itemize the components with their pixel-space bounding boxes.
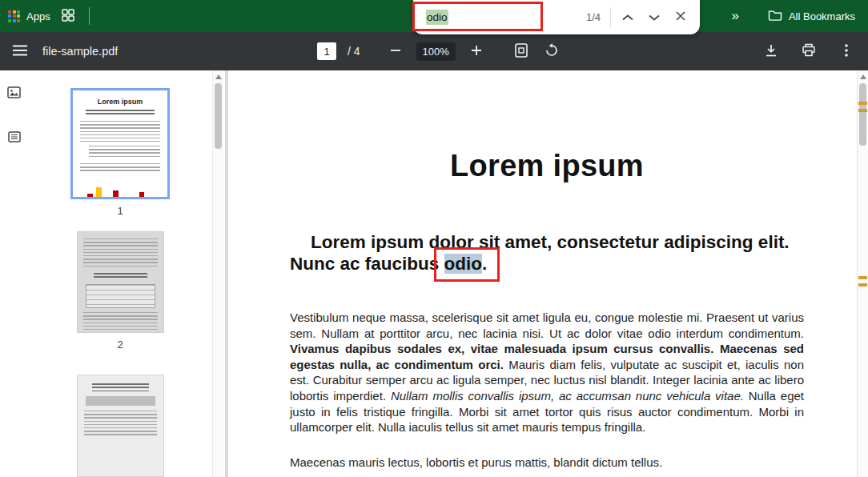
find-result-marker xyxy=(858,109,867,112)
pdf-toolbar: file-sample.pdf 1 / 4 100% xyxy=(0,32,868,70)
document-heading: Lorem ipsum dolor sit amet, consectetur … xyxy=(290,231,804,275)
download-button[interactable] xyxy=(762,42,781,61)
document-scrollbar[interactable] xyxy=(857,70,868,477)
find-match-count: 1/4 xyxy=(586,11,601,23)
apps-shortcut-button[interactable]: Apps xyxy=(8,10,50,22)
find-previous-button[interactable] xyxy=(614,4,641,30)
find-close-button[interactable] xyxy=(667,4,693,30)
grid-view-button[interactable] xyxy=(62,9,74,24)
kebab-menu-icon xyxy=(845,44,848,59)
print-icon xyxy=(802,43,816,59)
thumbnail-heading-lines xyxy=(94,273,147,280)
rotate-icon xyxy=(545,43,559,60)
folder-icon xyxy=(768,9,782,23)
page-thumbnail-3[interactable] xyxy=(77,375,164,477)
page-thumbnail-1[interactable]: Lorem ipsum xyxy=(70,88,170,199)
print-button[interactable] xyxy=(799,42,818,61)
zoom-level[interactable]: 100% xyxy=(416,42,456,61)
scrollbar-thumb[interactable] xyxy=(215,83,222,149)
thumbnail-bar-chart xyxy=(87,178,153,199)
thumbnail-panel: Lorem ipsum 1 2 xyxy=(28,70,212,477)
thumbnails-view-button[interactable] xyxy=(7,86,21,101)
document-paragraph-clipped: Maecenas mauris lectus, lobortis et puru… xyxy=(290,455,804,471)
apps-label: Apps xyxy=(26,10,50,22)
thumbnail-banner xyxy=(86,396,155,406)
page-thumbnail-2[interactable] xyxy=(77,231,164,334)
find-next-button[interactable] xyxy=(641,4,667,30)
download-icon xyxy=(764,43,778,60)
hamburger-icon xyxy=(13,45,27,58)
thumbnail-text-lines xyxy=(83,238,158,269)
apps-grid-icon xyxy=(8,10,20,22)
thumbnail-title: Lorem ipsum xyxy=(73,98,167,106)
thumbnail-text-lines xyxy=(80,121,160,142)
fit-page-icon xyxy=(514,43,528,60)
find-query-text: odio xyxy=(426,10,448,25)
thumbnail-table xyxy=(86,284,155,308)
find-result-marker xyxy=(858,276,867,279)
all-bookmarks-button[interactable]: All Bookmarks xyxy=(768,9,855,23)
find-result-marker xyxy=(858,283,867,287)
fit-to-page-button[interactable] xyxy=(512,42,531,61)
zoom-in-button[interactable] xyxy=(467,42,486,61)
outline-view-button[interactable] xyxy=(8,131,21,145)
document-title: Lorem ipsum xyxy=(290,149,804,183)
all-bookmarks-label: All Bookmarks xyxy=(789,10,855,22)
scroll-up-arrow[interactable] xyxy=(215,74,222,79)
zoom-out-button[interactable] xyxy=(386,42,405,61)
sidebar-rail xyxy=(0,70,28,477)
highlighted-match-text: odio xyxy=(444,254,482,274)
chevron-up-icon xyxy=(622,11,633,23)
image-icon xyxy=(7,86,21,101)
thumbnail-text-lines xyxy=(86,110,155,117)
thumbnail-text-lines xyxy=(84,411,157,438)
document-paragraph: Vestibulum neque massa, scelerisque sit … xyxy=(290,310,804,435)
page-number-input[interactable]: 1 xyxy=(317,42,336,60)
plus-icon xyxy=(471,45,482,58)
thumbnail-scrollbar[interactable] xyxy=(212,70,223,477)
list-icon xyxy=(8,131,21,145)
scroll-up-arrow[interactable] xyxy=(860,74,866,79)
bookmarks-overflow-button[interactable]: » xyxy=(731,8,738,24)
pdf-filename: file-sample.pdf xyxy=(42,45,118,58)
thumbnail-heading-lines xyxy=(92,383,149,391)
more-options-button[interactable] xyxy=(837,42,856,61)
scrollbar-thumb[interactable] xyxy=(859,83,866,146)
find-bar-divider xyxy=(610,7,611,28)
menu-button[interactable] xyxy=(10,42,30,61)
grid-icon xyxy=(62,9,74,24)
pdf-page: Lorem ipsum Lorem ipsum dolor sit amet, … xyxy=(228,70,857,477)
close-icon xyxy=(676,11,685,23)
chevron-down-icon xyxy=(649,11,660,23)
find-input[interactable]: odio xyxy=(426,0,586,34)
thumbnail-text-lines xyxy=(83,312,158,334)
thumbnail-text-lines xyxy=(80,163,160,174)
search-match: odio. xyxy=(444,254,488,274)
thumbnail-page-number: 1 xyxy=(117,205,123,217)
thumbnail-list-lines xyxy=(89,146,160,159)
minus-icon xyxy=(390,45,401,58)
thumbnail-page-number: 2 xyxy=(117,339,123,351)
find-bar: odio 1/4 xyxy=(413,0,700,34)
page-count-label: / 4 xyxy=(348,45,360,58)
toolbar-divider xyxy=(89,7,90,25)
find-result-marker xyxy=(858,102,867,105)
rotate-button[interactable] xyxy=(542,42,561,61)
